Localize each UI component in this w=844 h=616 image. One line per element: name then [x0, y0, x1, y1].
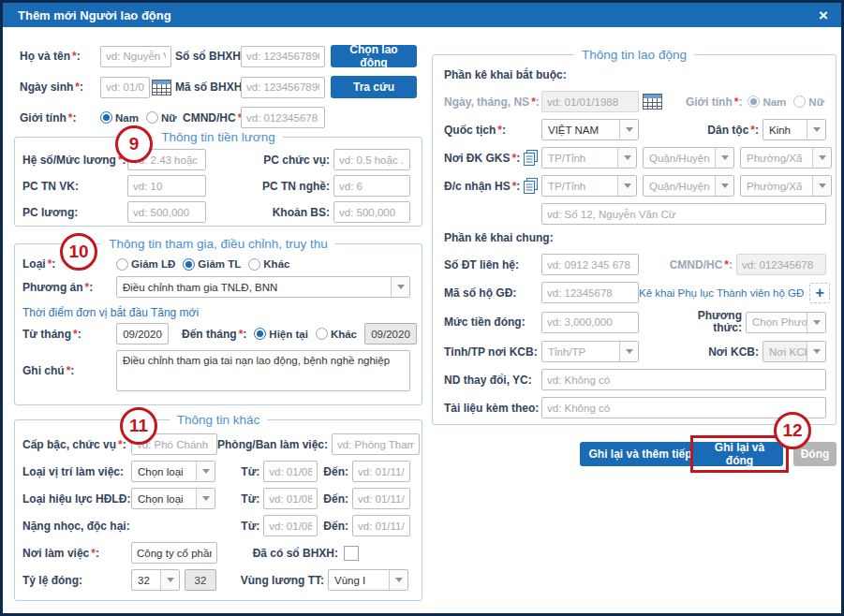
ho-ten-input[interactable]	[100, 46, 171, 67]
tu-thang-input[interactable]	[116, 323, 169, 345]
tang-moi-link[interactable]: Thời điểm đơn vị bắt đầu Tăng mới	[22, 306, 199, 319]
noi-kcb-label: Nơi KCB:	[708, 345, 759, 359]
ghi-chu-textarea[interactable]: Điều chỉnh tham gia tai nạn lao động, bệ…	[116, 350, 410, 391]
den-label: Đến:	[323, 520, 348, 533]
tu-label: Từ:	[241, 492, 259, 506]
ngay-ns-label: Ngày, tháng, NS*:	[444, 95, 541, 109]
vung-luong-select[interactable]: Vùng I	[328, 569, 408, 591]
den-thang-khac-radio[interactable]	[316, 328, 328, 340]
noi-kcb-select[interactable]: Nơi KCB	[763, 341, 826, 362]
den-thang-value-box: 09/2020	[364, 323, 417, 345]
cmnd-label: CMND/HC*:	[183, 111, 237, 125]
tinh-kcb-select[interactable]: Tỉnh/TP	[541, 341, 639, 362]
noi-lam-viec-input[interactable]	[131, 542, 217, 564]
hs-quan-huyen-select[interactable]: Quận/Huyện	[643, 175, 734, 197]
chevron-down-icon	[807, 120, 825, 139]
den-label: Đến:	[323, 492, 348, 506]
den-thang-hien-tai-option: Hiện tại	[269, 329, 308, 340]
loai-hieu-luc-select[interactable]: Chọn loại	[131, 488, 215, 509]
ngay-sinh-label: Ngày sinh*:	[20, 81, 100, 94]
loai-giam-tl-radio[interactable]	[183, 258, 195, 271]
right-gioi-tinh-nam-radio[interactable]	[748, 95, 760, 108]
tu-label: Từ:	[241, 465, 259, 478]
loai-giam-ld-radio[interactable]	[116, 258, 128, 271]
ngay-ns-input[interactable]	[541, 91, 639, 112]
phuong-an-select[interactable]: Điều chỉnh tham gia TNLĐ, BNN	[116, 276, 410, 298]
gks-quan-huyen-select[interactable]: Quận/Huyện	[643, 147, 734, 169]
section-khac-title: Thông tin khác	[170, 413, 268, 427]
save-and-add-button[interactable]: Ghi lại và thêm tiếp	[580, 442, 701, 466]
gioi-tinh-label: Giới tính*:	[20, 111, 100, 125]
save-and-close-button[interactable]: Ghi lại và đóng	[696, 442, 783, 466]
quoc-tich-label: Quốc tịch*:	[444, 124, 541, 137]
loai-giam-ld-option: Giảm LĐ	[131, 258, 175, 270]
da-co-so-bhxh-checkbox[interactable]	[344, 546, 359, 561]
ma-ho-gd-input[interactable]	[541, 282, 639, 303]
gioi-tinh-nu-radio[interactable]	[146, 111, 158, 124]
pc-tn-vk-input[interactable]	[127, 175, 206, 197]
add-employee-dialog: Thêm mới Người lao động × Họ và tên*: Số…	[0, 0, 844, 616]
right-nu-option: Nữ	[808, 96, 824, 108]
right-nam-option: Nam	[763, 96, 786, 108]
loai-hieu-luc-label: Loại hiệu lực HĐLĐ:	[22, 492, 131, 506]
nd-thay-doi-input[interactable]	[541, 369, 826, 390]
right-gioi-tinh-label: Giới tính*:	[686, 95, 743, 109]
section-tien-luong-title: Thông tin tiền lương	[154, 130, 282, 144]
loai-vi-tri-select[interactable]: Chọn loại	[131, 461, 215, 482]
pc-tn-nghe-label: PC TN nghề:	[262, 180, 330, 193]
copy-document-icon[interactable]	[524, 150, 538, 166]
khoan-bs-input[interactable]	[333, 201, 410, 223]
pc-chuc-vu-input[interactable]	[333, 149, 410, 170]
phuong-an-label: Phương án*:	[22, 281, 116, 294]
loai-khac-option: Khác	[263, 258, 289, 270]
gks-phuong-xa-select[interactable]: Phường/Xã	[740, 147, 832, 169]
loai-hieu-luc-tu-input[interactable]	[263, 488, 318, 509]
chevron-down-icon	[617, 148, 636, 168]
gioi-tinh-nam-radio[interactable]	[100, 111, 112, 124]
ty-le-select[interactable]: 32	[131, 569, 180, 591]
dia-chi-input[interactable]	[541, 203, 826, 225]
dan-toc-select[interactable]: Kinh	[763, 119, 826, 140]
quoc-tich-select[interactable]: VIỆT NAM	[541, 119, 639, 140]
gks-tp-tinh-select[interactable]: TP/Tỉnh	[541, 147, 637, 169]
chon-lao-dong-button[interactable]: Chọn lao động	[331, 45, 417, 67]
hs-phuong-xa-select[interactable]: Phường/Xã	[740, 175, 832, 197]
loai-hieu-luc-den-input[interactable]	[352, 488, 410, 509]
phong-ban-input[interactable]	[332, 433, 420, 455]
right-cmnd-input[interactable]	[736, 254, 826, 275]
ngay-sinh-input[interactable]	[100, 77, 150, 98]
gioi-tinh-nu-option: Nữ	[161, 112, 177, 124]
ghi-chu-label: Ghi chú*:	[22, 364, 116, 377]
muc-tien-input[interactable]	[541, 312, 639, 333]
loai-khac-radio[interactable]	[248, 258, 260, 271]
nang-nhoc-tu-input[interactable]	[263, 515, 318, 536]
den-thang-hien-tai-radio[interactable]	[254, 328, 266, 340]
loai-vi-tri-den-input[interactable]	[352, 461, 410, 482]
noi-dk-gks-label: Nơi ĐK GKS*:	[444, 152, 520, 165]
loai-vi-tri-tu-input[interactable]	[263, 461, 318, 482]
phuong-thuc-select[interactable]: Chọn Phương	[746, 312, 826, 333]
calendar-icon[interactable]	[152, 80, 171, 95]
chevron-down-icon	[807, 342, 825, 361]
copy-document-icon[interactable]	[524, 178, 538, 194]
ty-le-value-box: 32	[185, 569, 216, 591]
tu-label: Từ:	[241, 520, 259, 533]
dc-nhan-hs-label: Đ/c nhận HS*:	[444, 180, 520, 193]
pc-luong-input[interactable]	[127, 201, 206, 223]
calendar-icon[interactable]	[643, 94, 662, 110]
close-icon[interactable]: ×	[819, 7, 828, 23]
right-gioi-tinh-nu-radio[interactable]	[793, 95, 806, 108]
right-cmnd-label: CMND/HC*:	[670, 258, 733, 271]
ma-so-bhxh-input[interactable]	[241, 77, 325, 98]
ke-khai-phu-luc-link[interactable]: Kê khai Phụ lục Thành viên hộ GĐ	[639, 287, 804, 299]
so-so-bhxh-input[interactable]	[241, 46, 325, 67]
pc-tn-nghe-input[interactable]	[333, 175, 410, 197]
tra-cuu-button[interactable]: Tra cứu	[331, 76, 417, 98]
den-thang-khac-option: Khác	[331, 329, 357, 340]
hs-tp-tinh-select[interactable]: TP/Tỉnh	[541, 175, 637, 197]
cmnd-input[interactable]	[241, 107, 325, 128]
so-dt-input[interactable]	[541, 254, 639, 275]
plus-icon[interactable]: +	[809, 283, 830, 303]
section-tien-luong: Thông tin tiền lương Hệ số/Mức lương*: P…	[14, 137, 422, 227]
nang-nhoc-den-input[interactable]	[352, 515, 410, 536]
